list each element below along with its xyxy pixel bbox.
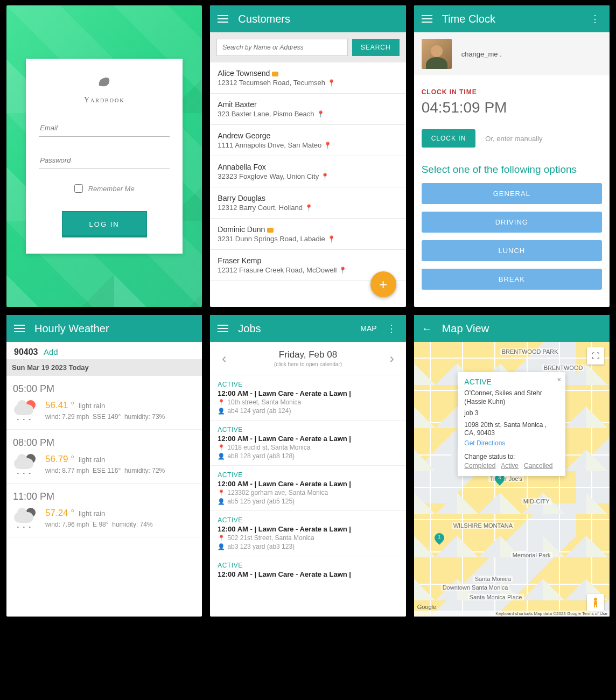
- page-title: Jobs: [238, 323, 360, 335]
- back-icon[interactable]: ←: [422, 323, 432, 335]
- clock-time: 04:51:09 PM: [422, 99, 602, 116]
- customer-name: Dominic Dunn: [218, 225, 398, 234]
- get-directions-link[interactable]: Get Directions: [464, 439, 505, 447]
- enter-manually-link[interactable]: Or, enter manually: [485, 135, 542, 143]
- remember-checkbox[interactable]: [74, 184, 83, 193]
- option-button-driving[interactable]: DRIVING: [422, 212, 602, 233]
- pin-icon: 📍: [305, 204, 313, 212]
- popup-address: 1098 20th st, Santa Monica , CA, 90403: [464, 421, 559, 438]
- svg-rect-3: [596, 605, 597, 607]
- weather-icon: • • •: [13, 400, 39, 422]
- menu-icon[interactable]: [422, 15, 433, 23]
- option-button-break[interactable]: BREAK: [422, 269, 602, 290]
- customer-list[interactable]: Alice Townsend12312 Tecumseh Road, Tecum…: [210, 62, 405, 304]
- customer-address: 12312 Barry Court, Holland📍: [218, 204, 398, 212]
- job-item[interactable]: ACTIVE 12:00 AM - | Lawn Care - Aerate a…: [210, 420, 405, 465]
- job-item[interactable]: ACTIVE 12:00 AM - | Lawn Care - Aerate a…: [210, 375, 405, 420]
- person-icon: 👤: [218, 408, 225, 414]
- page-title: Hourly Weather: [34, 323, 194, 335]
- pegman-icon[interactable]: [587, 594, 604, 611]
- customers-screen: Customers SEARCH Alice Townsend12312 Tec…: [210, 5, 405, 307]
- customer-item[interactable]: Dominic Dunn3231 Dunn Springs Road, Laba…: [210, 219, 405, 250]
- job-status: ACTIVE: [218, 426, 398, 433]
- close-icon[interactable]: ×: [557, 375, 561, 384]
- customer-item[interactable]: Andrew George1111 Annapolis Drive, San M…: [210, 125, 405, 156]
- pin-icon: 📍: [218, 535, 225, 541]
- add-location-link[interactable]: Add: [44, 347, 58, 356]
- job-item[interactable]: ACTIVE 12:00 AM - | Lawn Care - Aerate a…: [210, 556, 405, 584]
- profile-name: change_me .: [461, 50, 502, 58]
- date-header: Sun Mar 19 2023 Today: [6, 359, 202, 376]
- job-description: 12:00 AM - | Lawn Care - Aerate a Lawn |: [218, 389, 398, 397]
- map-link[interactable]: MAP: [360, 324, 376, 333]
- customer-item[interactable]: Alice Townsend12312 Tecumseh Road, Tecum…: [210, 62, 405, 94]
- email-field[interactable]: [39, 120, 170, 137]
- status-link-active[interactable]: Active: [501, 462, 519, 470]
- fullscreen-icon[interactable]: ⛶: [587, 347, 604, 365]
- menu-icon[interactable]: [14, 324, 26, 333]
- svg-rect-1: [594, 601, 597, 605]
- job-item[interactable]: ACTIVE 12:00 AM - | Lawn Care - Aerate a…: [210, 510, 405, 556]
- password-field[interactable]: [39, 152, 170, 169]
- svg-point-0: [594, 598, 597, 601]
- change-status-label: Change status to:: [464, 453, 559, 460]
- hourly-list[interactable]: 05:00 PM • • • 56.41 °light rain wind: 7…: [6, 376, 202, 537]
- customer-item[interactable]: Annabella Fox32323 Foxglove Way, Union C…: [210, 156, 405, 187]
- hour-item: 08:00 PM • • • 56.79 °light rain wind: 8…: [6, 430, 202, 484]
- job-address: 📍10th street, Santa Monica: [218, 398, 398, 406]
- person-icon: 👤: [218, 498, 225, 505]
- login-card: Yardbook Remember Me LOG IN: [26, 59, 183, 254]
- clockin-button[interactable]: CLOCK IN: [422, 129, 476, 148]
- menu-icon[interactable]: [218, 15, 229, 23]
- overflow-icon[interactable]: ⋮: [588, 13, 602, 25]
- date-display: Friday, Feb 08: [230, 349, 385, 360]
- job-status: ACTIVE: [218, 381, 398, 388]
- customer-item[interactable]: Barry Douglas12312 Barry Court, Holland📍: [210, 187, 405, 219]
- tag-icon: [272, 72, 278, 76]
- map-label: BRENTWOOD PARK: [500, 348, 560, 355]
- svg-rect-2: [594, 605, 595, 607]
- option-button-lunch[interactable]: LUNCH: [422, 240, 602, 261]
- status-link-completed[interactable]: Completed: [464, 462, 495, 470]
- customers-header: Customers: [210, 5, 405, 32]
- pin-icon: 📍: [324, 142, 332, 149]
- customer-item[interactable]: Amit Baxter323 Baxter Lane, Pismo Beach📍: [210, 94, 405, 125]
- map-pin[interactable]: 1: [435, 533, 444, 546]
- add-customer-button[interactable]: +: [370, 271, 396, 297]
- options-list: GENERALDRIVINGLUNCHBREAK: [422, 183, 602, 290]
- map-label: Santa Monica Place: [468, 594, 524, 600]
- jobs-header: Jobs MAP ⋮: [210, 315, 405, 342]
- hour-item: 11:00 PM • • • 57.24 °light rain wind: 7…: [6, 484, 202, 537]
- remember-me-row[interactable]: Remember Me: [39, 184, 170, 193]
- pin-icon: 📍: [327, 79, 335, 87]
- search-button[interactable]: SEARCH: [352, 39, 400, 56]
- clock-label: CLOCK IN TIME: [422, 88, 602, 96]
- brand-title: Yardbook: [39, 96, 170, 104]
- weather-text: 56.41 °light rain wind: 7.29 mph SSE 149…: [45, 400, 165, 422]
- option-button-general[interactable]: GENERAL: [422, 183, 602, 204]
- options-header: Select one of the following options: [422, 164, 602, 176]
- pin-icon: 📍: [218, 444, 225, 451]
- map-label: BRENTWOOD: [542, 365, 585, 371]
- map-label: Trader Joe's: [488, 475, 524, 482]
- search-input[interactable]: [216, 39, 347, 56]
- customer-name: Fraser Kemp: [218, 256, 398, 265]
- date-center[interactable]: Friday, Feb 08 (click here to open calen…: [230, 349, 385, 367]
- prev-day-button[interactable]: ‹: [218, 351, 230, 366]
- screenshots-grid: Yardbook Remember Me LOG IN Customers SE…: [6, 5, 610, 617]
- avatar: [422, 39, 452, 69]
- login-button[interactable]: LOG IN: [62, 211, 147, 237]
- overflow-icon[interactable]: ⋮: [384, 323, 398, 334]
- customer-name: Andrew George: [218, 131, 398, 140]
- job-item[interactable]: ACTIVE 12:00 AM - | Lawn Care - Aerate a…: [210, 465, 405, 510]
- customer-address: 1111 Annapolis Drive, San Mateo📍: [218, 141, 398, 149]
- map-area[interactable]: BRENTWOOD PARKBRENTWOODMID-CITYWILSHIRE …: [414, 342, 610, 617]
- next-day-button[interactable]: ›: [386, 351, 398, 366]
- calendar-hint: (click here to open calendar): [230, 361, 385, 367]
- jobs-list[interactable]: ACTIVE 12:00 AM - | Lawn Care - Aerate a…: [210, 375, 405, 584]
- person-icon: 👤: [218, 543, 225, 550]
- status-link-cancelled[interactable]: Cancelled: [524, 462, 552, 470]
- menu-icon[interactable]: [218, 324, 229, 333]
- job-status: ACTIVE: [218, 562, 398, 569]
- pin-icon: 📍: [339, 267, 347, 274]
